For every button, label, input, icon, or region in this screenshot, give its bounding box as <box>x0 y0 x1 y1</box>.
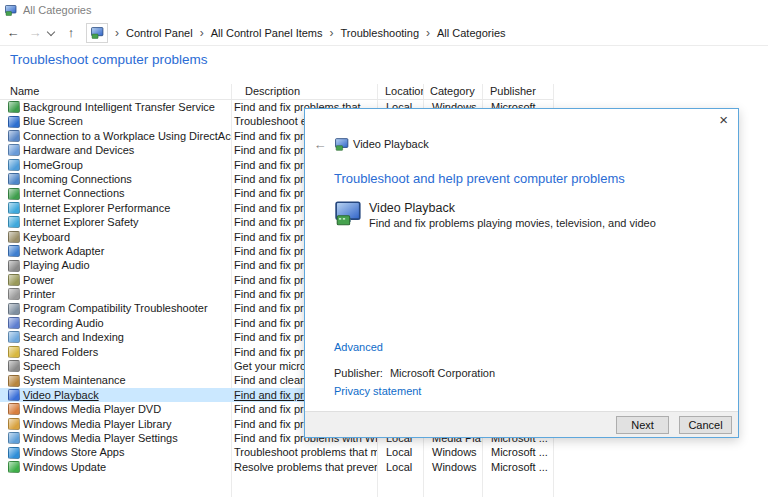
privacy-statement-link[interactable]: Privacy statement <box>334 385 421 397</box>
breadcrumb-item[interactable]: Troubleshooting <box>341 27 419 39</box>
row-name: Windows Media Player Library <box>23 417 172 431</box>
row-name: Windows Update <box>23 460 106 474</box>
row-name: Playing Audio <box>23 258 90 272</box>
up-button[interactable]: ↑ <box>60 20 82 45</box>
item-description: Find and fix problems playing movies, te… <box>369 217 656 229</box>
keyboard-icon <box>8 231 20 243</box>
row-name: Speech <box>23 359 60 373</box>
row-name: Hardware and Devices <box>23 143 134 157</box>
recent-pages-dropdown-icon[interactable] <box>47 27 55 35</box>
video-playback-dialog: × ← Video Playback Troubleshoot and help… <box>304 108 739 438</box>
publisher-line: Publisher:Microsoft Corporation <box>334 367 495 379</box>
row-name: Internet Explorer Performance <box>23 201 170 215</box>
shared-folders-icon <box>8 346 20 358</box>
row-name: Network Adapter <box>23 244 104 258</box>
power-icon <box>8 274 20 286</box>
bits-icon <box>8 101 20 113</box>
windows-update-icon <box>8 461 20 473</box>
row-name: Windows Media Player Settings <box>23 431 178 445</box>
row-name: HomeGroup <box>23 158 83 172</box>
dialog-title-icon <box>335 138 349 151</box>
row-publisher: Microsoft ... <box>482 460 553 474</box>
wmp-dvd-icon <box>8 403 20 415</box>
breadcrumb-item[interactable]: Control Panel <box>126 27 193 39</box>
next-button[interactable]: Next <box>616 416 669 434</box>
playing-audio-icon <box>8 260 20 272</box>
column-header-location[interactable]: Location <box>377 84 423 99</box>
internet-connections-icon <box>8 188 20 200</box>
system-maintenance-icon <box>8 375 20 387</box>
row-name: Internet Connections <box>23 186 125 200</box>
address-location-icon <box>86 23 108 43</box>
column-header-description[interactable]: Description <box>231 84 377 99</box>
incoming-connections-icon <box>8 173 20 185</box>
title-bar: All Categories <box>0 0 768 20</box>
row-name: Keyboard <box>23 230 70 244</box>
dialog-back-icon[interactable]: ← <box>305 137 335 152</box>
row-description: Resolve problems that prevent yo... <box>231 460 377 474</box>
row-name: Windows Media Player DVD <box>23 402 161 416</box>
publisher-value: Microsoft Corporation <box>390 367 495 379</box>
recording-audio-icon <box>8 317 20 329</box>
breadcrumb-separator-icon: › <box>115 26 119 40</box>
column-header-publisher[interactable]: Publisher <box>482 84 553 99</box>
table-row[interactable]: Windows UpdateResolve problems that prev… <box>0 460 553 474</box>
window-title: All Categories <box>23 4 91 16</box>
row-name: Program Compatibility Troubleshooter <box>23 301 208 315</box>
ie-performance-icon <box>8 202 20 214</box>
row-name: Internet Explorer Safety <box>23 215 139 229</box>
program-compatibility-icon <box>8 303 20 315</box>
search-indexing-icon <box>8 331 20 343</box>
address-bar[interactable]: ›Control Panel›All Control Panel Items›T… <box>86 23 506 43</box>
publisher-label: Publisher: <box>334 367 383 379</box>
video-playback-icon <box>335 201 362 229</box>
navigation-bar: ← → ↑ ›Control Panel›All Control Panel I… <box>0 20 768 46</box>
windows-store-apps-icon <box>8 447 20 459</box>
advanced-link[interactable]: Advanced <box>334 341 383 353</box>
column-header-category[interactable]: Category <box>423 84 482 99</box>
video-playback-icon <box>8 389 20 401</box>
row-name: Search and Indexing <box>23 330 124 344</box>
dialog-heading: Troubleshoot and help prevent computer p… <box>334 171 625 186</box>
row-name: Incoming Connections <box>23 172 132 186</box>
wmp-library-icon <box>8 418 20 430</box>
row-category: Windows <box>423 460 482 474</box>
page-title: Troubleshoot computer problems <box>10 52 208 67</box>
network-adapter-icon <box>8 245 20 257</box>
dialog-title: Video Playback <box>353 138 429 150</box>
row-name: Power <box>23 273 54 287</box>
row-description: Troubleshoot problems that may ... <box>231 445 377 459</box>
row-name: System Maintenance <box>23 373 126 387</box>
row-publisher: Microsoft ... <box>482 445 553 459</box>
column-headers: Name Description Location Category Publi… <box>0 84 553 100</box>
row-name: Printer <box>23 287 55 301</box>
troubleshooter-item: Video Playback Find and fix problems pla… <box>335 201 656 229</box>
row-name: Shared Folders <box>23 345 98 359</box>
cancel-button[interactable]: Cancel <box>679 416 732 434</box>
table-row[interactable]: Windows Store AppsTroubleshoot problems … <box>0 445 553 459</box>
row-name: Blue Screen <box>23 114 83 128</box>
row-location: Local <box>377 445 423 459</box>
hardware-devices-icon <box>8 144 20 156</box>
column-header-name[interactable]: Name <box>0 84 231 99</box>
close-icon[interactable]: × <box>719 112 728 127</box>
row-category: Windows <box>423 445 482 459</box>
ie-safety-icon <box>8 216 20 228</box>
directaccess-icon <box>8 130 20 142</box>
dialog-footer: Next Cancel <box>305 411 738 437</box>
item-title: Video Playback <box>369 201 656 215</box>
breadcrumb-separator-icon: › <box>200 26 204 40</box>
breadcrumb-item[interactable]: All Categories <box>437 27 505 39</box>
breadcrumb-item[interactable]: All Control Panel Items <box>211 27 323 39</box>
breadcrumb: ›Control Panel›All Control Panel Items›T… <box>108 26 506 40</box>
row-name: Recording Audio <box>23 316 104 330</box>
forward-button[interactable]: → <box>24 20 46 45</box>
blue-screen-icon <box>8 116 20 128</box>
back-button[interactable]: ← <box>2 20 24 45</box>
row-name: Background Intelligent Transfer Service <box>23 100 215 114</box>
row-location: Local <box>377 460 423 474</box>
homegroup-icon <box>8 159 20 171</box>
row-name: Windows Store Apps <box>23 445 125 459</box>
wmp-settings-icon <box>8 432 20 444</box>
printer-icon <box>8 288 20 300</box>
